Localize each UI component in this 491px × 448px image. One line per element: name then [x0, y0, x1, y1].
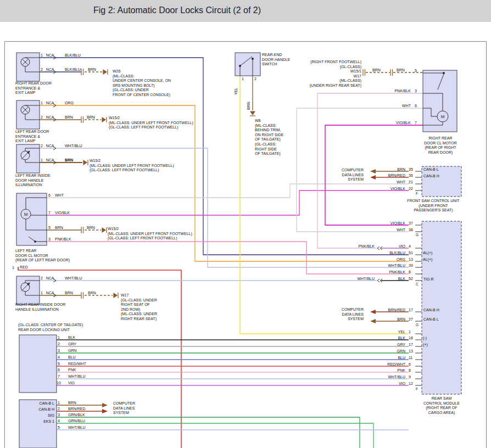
ground-point-label: W17 (GL-CLASS: UNDER RIGHT SEAT OF 2ND R… [121, 293, 157, 322]
wire-label: WHT/BLU [351, 375, 405, 380]
connector-letter: G [416, 323, 419, 328]
wire-label: BLU [68, 355, 76, 360]
wire-label: BRN [88, 291, 96, 296]
wire-label: GRY [351, 343, 405, 348]
wire-label: PNK/BLK [55, 237, 71, 242]
wire-label: PNK/BLK [365, 89, 411, 94]
ground-point-label: W15/2 (ML-CLASS: UNDER LEFT FRONT FOOTWE… [109, 116, 193, 130]
pin-number: 4 [58, 419, 60, 424]
wire-label: PNK/BLK [330, 244, 375, 249]
wire-label: VIO/BLK [365, 121, 411, 126]
terminal-label: CAN-B L [423, 317, 439, 322]
pin-number: 1 [409, 330, 411, 335]
wire-label: GRN [351, 349, 405, 354]
component-name: FRONT SAM CONTROL UNIT (UNDER FRONT PASS… [403, 199, 464, 213]
wire-label: PNK [68, 368, 76, 373]
data-line-arrow-icons [102, 169, 376, 413]
pin-label: 1 NCA [41, 158, 54, 163]
wire-label: BRN [351, 167, 405, 172]
wire-label: WHT [351, 180, 405, 185]
pin-number: 6 [58, 368, 60, 373]
pin-number: 1 [242, 77, 244, 82]
pin-number: 4 [58, 355, 60, 360]
wire-label: WHT/BLU [351, 264, 405, 268]
wire-label: BRN [68, 401, 76, 406]
wire-label: BRN [87, 115, 95, 120]
pin-label: 2 NCA [41, 144, 54, 149]
pin-label: 2 NCA [41, 276, 54, 281]
wire-label: BRN/RED [351, 173, 405, 178]
component-boxes [16, 53, 461, 448]
pin-number: 5 [415, 69, 417, 74]
wire-label: WHT/BLU [68, 425, 86, 430]
wire-label: GRN/BLK [68, 413, 85, 418]
pin-number: 8 [409, 368, 411, 373]
wire-label: BRN/RED [351, 308, 405, 313]
motor-letter: M [24, 212, 28, 217]
wire-label: BRN [351, 317, 405, 322]
pin-number: 6 [415, 104, 417, 109]
terminal-label: SIG [29, 413, 54, 418]
wire-label: RED/WHT [68, 362, 86, 367]
component-name: RIGHT REAR DOOR CL MOTOR (REAR OF RIGHT … [419, 136, 462, 155]
terminal-label: (-) [423, 336, 427, 341]
pin-number: 6 [409, 362, 411, 367]
component-name: REAR-END DOOR HANDLE SWITCH [262, 53, 290, 67]
system-label: COMPUTER DATA LINES SYSTEM [113, 401, 135, 416]
pin-number: 7 [58, 374, 60, 379]
ground-point-label: W15/2 (ML-CLASS: UNDER LEFT FRONT FOOTWE… [90, 159, 174, 173]
pin-number: 22 [409, 187, 413, 192]
wire-label: ORG [65, 101, 74, 106]
pin-number: 17 [409, 308, 413, 313]
wire-label: WHT [351, 228, 405, 233]
pin-number: 35 [409, 167, 413, 172]
terminal-label: AL(+) [423, 251, 432, 256]
pin-number: 38 [409, 228, 413, 233]
lamp-rr-box [16, 53, 40, 81]
wire-label: BRN [65, 115, 73, 120]
wire-grn-blu [57, 423, 373, 448]
wire-label: BLK/BLU [351, 251, 405, 256]
terminal-label: CAN-B L [423, 167, 439, 172]
wire-label: BRN [247, 102, 252, 110]
pin-number: 37 [409, 221, 413, 226]
wire-label: BRN [397, 68, 405, 73]
locking-unit-box [19, 335, 57, 393]
wire-label: RED [20, 265, 28, 270]
wire-label: YEL [234, 88, 239, 95]
ground-connector-icons [83, 69, 255, 298]
wire-label: VIO [384, 244, 405, 249]
pin-number: 13 [409, 257, 413, 262]
terminal-label: EKS 1 [29, 419, 54, 424]
pin-number: 18 [409, 336, 413, 341]
wire-label: BRN [372, 68, 381, 73]
terminal-label: CAN-B H [423, 174, 439, 179]
wire-label: BLK/BLU [65, 53, 81, 58]
connector-letter: F [416, 387, 418, 392]
pin-number: 36 [409, 173, 413, 178]
pin-label: 2 NCA [41, 68, 54, 72]
pin-label: 1 NCA [41, 53, 54, 58]
splice-label: (RIGHT FRONT FOOTWELL) (GL-CLASS) W15/1 … [306, 60, 361, 88]
pin-number: 17 [409, 343, 413, 348]
wire-label: WHT/BLU [65, 276, 82, 281]
wire-grn-blk [57, 417, 360, 448]
wire-label: PNK [351, 368, 405, 373]
pin-number: 8 [409, 270, 411, 275]
wire-label: WHT/BLU [65, 144, 82, 149]
component-name: LEFT REAR INSIDE DOOR HANDLE ILLUMINATIO… [15, 173, 51, 188]
diagram-border [5, 42, 487, 448]
pin-number: 39 [409, 264, 413, 268]
terminal-label: TIG R [423, 277, 434, 282]
terminal-label: (+) [423, 343, 428, 348]
pin-number: 5 [48, 226, 51, 231]
wire-label: GRN/BLU [68, 419, 85, 424]
component-name: RIGHT REAR DOOR ENTRANCE & EXIT LAMP [15, 81, 52, 96]
pin-number: 3 [58, 349, 60, 354]
terminal-label: AL(+) [423, 257, 432, 262]
wire-label: BLU [351, 356, 405, 361]
pin-number: 5 [58, 425, 60, 430]
wire-label: BRN [87, 226, 95, 231]
wire-label: ORG [351, 257, 405, 262]
wire-label: VIO [68, 381, 75, 386]
